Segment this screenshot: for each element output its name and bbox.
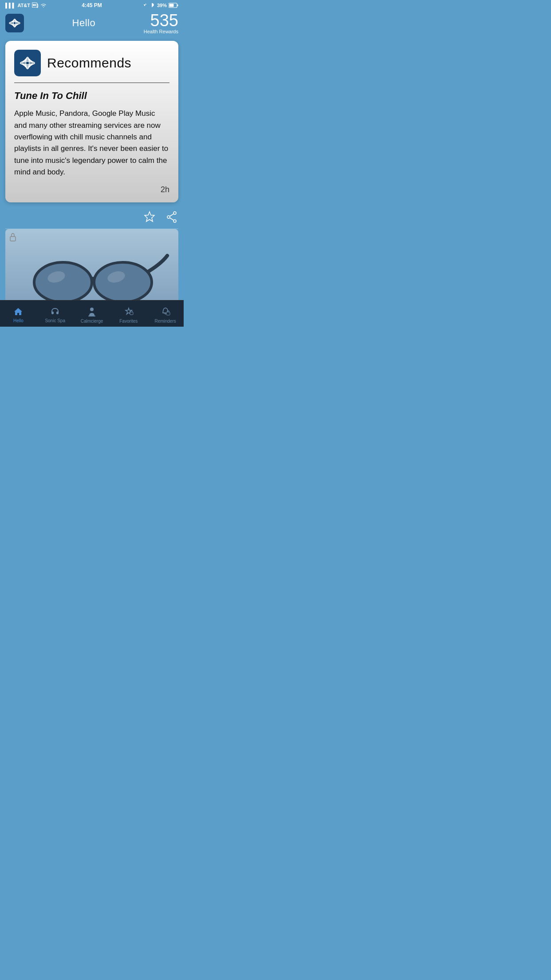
location-icon <box>143 3 148 8</box>
bluetooth-icon <box>150 3 155 8</box>
app-logo <box>5 14 24 32</box>
concierge-icon <box>87 307 97 318</box>
lock-icon <box>9 233 17 244</box>
battery-icon <box>169 3 178 8</box>
svg-line-18 <box>170 214 173 216</box>
app-header: Hello 535 Health Rewards <box>0 11 184 37</box>
concierge-icon-svg <box>87 307 97 316</box>
card-header: Recommends <box>14 50 169 76</box>
header-title: Hello <box>72 17 96 29</box>
svg-rect-2 <box>177 4 178 6</box>
health-rewards: 535 Health Rewards <box>144 12 178 34</box>
wifi-icon <box>40 3 47 8</box>
svg-line-19 <box>170 218 173 220</box>
home-icon <box>13 307 23 317</box>
tab-calmcierge[interactable]: Calmcierge <box>74 300 110 327</box>
recommendation-card[interactable]: Recommends Tune In To Chill Apple Music,… <box>5 41 178 202</box>
svg-point-22 <box>34 262 92 302</box>
svg-point-15 <box>173 212 176 214</box>
share-button[interactable] <box>165 210 178 225</box>
status-bar: ▌▌▌ AT&T ) 4:45 PM 39% <box>0 0 184 11</box>
card-divider <box>14 83 169 83</box>
card-body-text: Apple Music, Pandora, Google Play Music … <box>14 108 169 178</box>
headphones-icon-svg <box>50 307 60 316</box>
home-icon-svg <box>13 307 23 316</box>
tab-bar: Hello Sonic Spa Calmcierge <box>0 300 184 327</box>
tab-hello-label: Hello <box>13 319 24 323</box>
svg-point-16 <box>173 220 176 222</box>
carrier-signal: ▌▌▌ AT&T ) <box>5 3 47 8</box>
reminders-lock-icon-svg <box>161 307 170 316</box>
headphones-icon <box>50 307 60 317</box>
svg-point-21 <box>94 262 152 302</box>
share-icon <box>165 210 178 224</box>
wifi-icon: ) <box>32 3 39 8</box>
svg-marker-14 <box>145 212 154 221</box>
svg-point-26 <box>90 308 94 311</box>
star-icon <box>143 210 156 224</box>
svg-rect-9 <box>16 52 39 74</box>
svg-point-17 <box>167 216 170 218</box>
reminders-lock-icon <box>161 307 170 318</box>
card-recommends-text: Recommends <box>47 55 131 71</box>
svg-rect-27 <box>88 316 95 316</box>
tab-hello[interactable]: Hello <box>0 300 37 327</box>
favorites-lock-icon-svg <box>124 307 134 316</box>
signal-bars: ▌▌▌ <box>5 3 16 8</box>
card-subtitle: Tune In To Chill <box>14 90 169 102</box>
svg-rect-3 <box>169 4 174 7</box>
carrier-name: AT&T <box>17 3 30 8</box>
svg-marker-25 <box>14 308 22 315</box>
tab-favorites-label: Favorites <box>119 319 138 324</box>
svg-rect-30 <box>166 312 170 315</box>
tab-calmcierge-label: Calmcierge <box>81 319 103 324</box>
battery-percentage: 39% <box>157 3 167 8</box>
tab-sonic-spa-label: Sonic Spa <box>45 319 65 323</box>
battery-area: 39% <box>143 3 178 8</box>
logo-icon <box>7 15 23 31</box>
card-logo-icon <box>16 52 39 74</box>
rewards-number: 535 <box>144 12 178 29</box>
lock-icon-svg <box>9 233 17 241</box>
tab-sonic-spa[interactable]: Sonic Spa <box>37 300 74 327</box>
tab-reminders[interactable]: Reminders <box>147 300 184 327</box>
tab-reminders-label: Reminders <box>154 319 176 324</box>
tab-favorites[interactable]: Favorites <box>110 300 147 327</box>
card-actions <box>0 206 184 229</box>
svg-rect-29 <box>130 312 133 315</box>
favorites-lock-icon <box>124 307 134 318</box>
status-time: 4:45 PM <box>82 2 102 8</box>
main-content: Recommends Tune In To Chill Apple Music,… <box>0 37 184 206</box>
card-timestamp: 2h <box>14 185 169 194</box>
svg-rect-20 <box>10 237 16 241</box>
svg-marker-0 <box>144 3 146 6</box>
card-logo <box>14 50 41 76</box>
favorite-button[interactable] <box>143 210 156 225</box>
rewards-label: Health Rewards <box>144 29 178 34</box>
